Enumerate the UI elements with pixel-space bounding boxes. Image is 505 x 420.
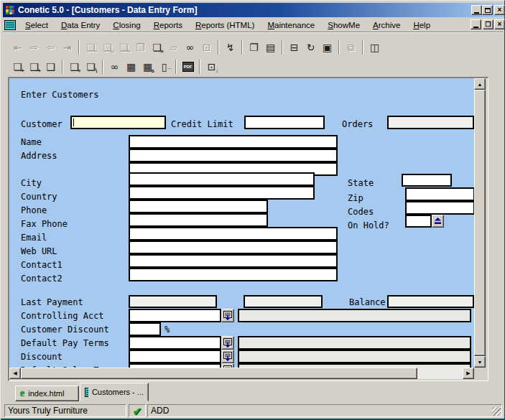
text-caret (73, 118, 74, 126)
codes-input[interactable] (405, 201, 474, 215)
export-html-button[interactable]: ⊡ ↓ (203, 59, 220, 75)
first-record-button[interactable]: ⇤ (9, 39, 26, 55)
web-url-input[interactable] (129, 241, 338, 254)
erase-button[interactable]: ▱ (165, 39, 182, 55)
layers-button[interactable]: ⧉ (343, 39, 359, 55)
image-view-button[interactable]: ▦ (123, 59, 139, 75)
codes-label: Codes (348, 207, 374, 217)
email-input[interactable] (129, 227, 338, 241)
menu-maintenance[interactable]: Maintenance (261, 19, 321, 32)
image-save-button[interactable]: ▦ s (139, 59, 156, 75)
menu-data-entry[interactable]: Data Entry (55, 19, 106, 32)
delete-record-button[interactable]: ❏ × (149, 39, 165, 55)
minimize-button[interactable] (471, 5, 482, 15)
discount-input[interactable] (129, 350, 221, 363)
window-button[interactable]: ⊟ (286, 39, 302, 55)
customer-discount-input[interactable] (129, 322, 161, 336)
customer-input[interactable] (70, 116, 166, 129)
execute-button[interactable]: ↯ (222, 39, 238, 55)
credit-limit-input[interactable] (244, 116, 325, 129)
customer-discount-label: Customer Discount (21, 325, 109, 335)
menu-help[interactable]: Help (407, 19, 437, 32)
close-button[interactable]: × (494, 5, 505, 15)
open-add-button[interactable]: ❑ + (26, 59, 42, 75)
view-record-button[interactable]: ❏ ∘ (83, 39, 99, 55)
toolbar-row-1: ⇤ ⇨ ⇦ ⇥ ❏ ∘ ❏ u ❏ + ❐ ❏ × ▱ ∞ ⊡ ↯ ❐ (9, 38, 383, 57)
next-record-button[interactable]: ⇨ (26, 39, 42, 55)
discount-lookup-button[interactable] (221, 350, 234, 363)
default-pay-terms-lookup-button[interactable] (221, 336, 234, 350)
prev-record-button[interactable]: ⇦ (42, 39, 59, 55)
maximize-button[interactable] (482, 5, 493, 15)
name-input[interactable] (129, 135, 338, 149)
controlling-acct-input[interactable] (129, 309, 221, 322)
exit-button[interactable]: ◫ (366, 39, 383, 55)
update-record-button[interactable]: ❏ u (99, 39, 116, 55)
state-input[interactable] (402, 174, 452, 187)
toolbar-separator (362, 40, 363, 55)
trash-button[interactable]: ▯ ¯ (156, 59, 172, 75)
horizontal-scroll-thumb[interactable] (21, 368, 417, 379)
scroll-right-button[interactable]: ▶ (463, 368, 474, 379)
toolbar-separator (218, 40, 219, 55)
default-pay-terms-input[interactable] (129, 336, 221, 350)
taskbar-tab-index-html[interactable]: e index.html (15, 386, 79, 401)
phone-input[interactable] (129, 200, 268, 213)
menu-closing[interactable]: Closing (106, 19, 147, 32)
paste-button[interactable]: ▤ (262, 39, 279, 55)
refresh-button[interactable]: ↻ (302, 39, 319, 55)
country-input[interactable] (129, 186, 315, 200)
scroll-left-button[interactable]: ◀ (9, 368, 21, 379)
edit-record-button[interactable]: ❏ ∖ (83, 59, 99, 75)
form-system-menu-icon[interactable] (4, 20, 16, 30)
controlling-acct-lookup-button[interactable] (221, 309, 234, 322)
toolbar-row-2: ❏ + ❑ + ❑ ❑ ∘ ❏ ∖ ∞ ▦ ▦ s ▯ ¯ PDF ⊡ ↓ (9, 57, 220, 76)
copy-button[interactable]: ❐ (246, 39, 262, 55)
vertical-scroll-thumb[interactable] (474, 90, 486, 356)
contact2-label: Contact2 (21, 274, 62, 284)
mdi-close-icon: × (498, 21, 502, 28)
address1-input[interactable] (129, 149, 338, 162)
new-record-button[interactable]: ❏ + (9, 59, 26, 75)
duplicate-record-button[interactable]: ❐ (132, 39, 149, 55)
toolbar-separator (175, 60, 177, 74)
on-hold-spinner-button[interactable] (432, 215, 444, 228)
mdi-restore-button[interactable]: ❐ (483, 19, 494, 29)
scroll-up-button[interactable]: ▲ (474, 78, 486, 90)
title-bar: Conetic 5.0 - [Customers - Data Entry Fo… (3, 3, 504, 17)
fax-phone-input[interactable] (129, 213, 268, 227)
print-button[interactable]: ▣ (319, 39, 335, 55)
add-record-button[interactable]: ❏ + (116, 39, 132, 55)
menu-reports[interactable]: Reports (147, 19, 189, 32)
menu-reports-html[interactable]: Reports (HTML) (189, 19, 261, 32)
menu-archive[interactable]: Archive (366, 19, 407, 32)
contact1-input[interactable] (129, 254, 338, 268)
resize-grip[interactable] (492, 407, 501, 416)
customer-label: Customer (21, 119, 62, 129)
zip-input[interactable] (405, 187, 474, 201)
menu-showme[interactable]: ShowMe (321, 19, 366, 32)
browse-records-button[interactable]: ∞ (182, 39, 198, 55)
on-hold-input[interactable] (405, 215, 432, 228)
email-label: Email (21, 233, 47, 243)
scroll-down-button[interactable]: ▼ (474, 356, 486, 368)
open-query-button[interactable]: ❑ ∘ (66, 59, 83, 75)
conetic-form-icon (85, 388, 88, 397)
toolbar-separator (62, 60, 63, 74)
mdi-close-button[interactable]: × (494, 19, 505, 29)
taskbar-tab-customers[interactable]: Customers - ... (80, 383, 149, 401)
phone-label: Phone (21, 205, 47, 215)
export-pdf-button[interactable]: PDF (180, 59, 196, 75)
find-button[interactable]: ∞ (106, 59, 123, 75)
open-form-button[interactable]: ❑ (42, 59, 59, 75)
arrow-down-icon: ▼ (478, 360, 483, 365)
mdi-minimize-button[interactable] (471, 19, 481, 29)
name-label: Name (21, 137, 42, 147)
contact2-input[interactable] (129, 268, 338, 281)
menu-select[interactable]: Select (19, 19, 55, 32)
mode-panel: ADD (147, 404, 502, 417)
last-record-button[interactable]: ⇥ (59, 39, 75, 55)
controlling-acct-desc-field (238, 309, 471, 322)
pin-window-button[interactable]: ⊡ (198, 39, 215, 55)
city-input[interactable] (129, 172, 315, 186)
